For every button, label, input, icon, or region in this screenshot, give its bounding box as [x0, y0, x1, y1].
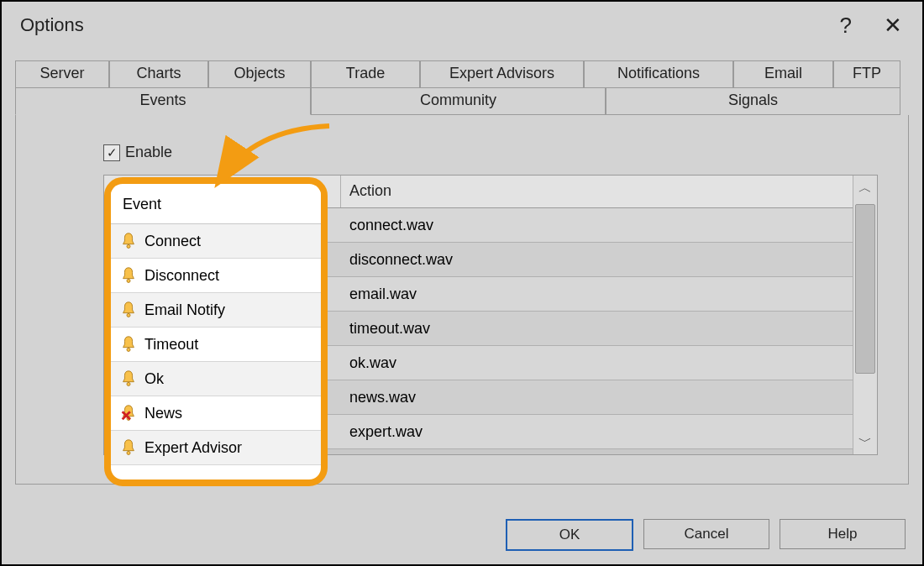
callout-event-row: Timeout [111, 328, 321, 362]
callout-event-row: Connect [111, 224, 321, 259]
bell-icon [119, 232, 138, 250]
col-header-action[interactable]: Action [341, 176, 877, 207]
options-dialog: Options ? ✕ ServerChartsObjectsTradeExpe… [0, 0, 924, 566]
ok-button[interactable]: OK [506, 519, 633, 551]
tab-server[interactable]: Server [15, 60, 109, 88]
callout-event-row: Email Notify [111, 293, 321, 328]
callout-event-row: Ok [111, 362, 321, 396]
tab-community[interactable]: Community [311, 88, 606, 115]
tab-signals[interactable]: Signals [606, 88, 900, 115]
scroll-down-arrow[interactable]: ﹀ [853, 429, 877, 454]
callout-event-name: News [144, 405, 182, 422]
callout-event-name: Disconnect [144, 267, 219, 285]
tab-events[interactable]: Events [15, 88, 311, 115]
enable-checkbox[interactable] [103, 144, 120, 161]
event-action: email.wav [341, 286, 877, 303]
tab-ftp[interactable]: FTP [833, 60, 900, 88]
cancel-button[interactable]: Cancel [643, 519, 769, 549]
svg-point-17 [127, 451, 130, 454]
event-action: disconnect.wav [341, 251, 877, 269]
svg-point-11 [127, 313, 130, 317]
bell-icon [119, 369, 138, 388]
svg-point-13 [127, 382, 130, 385]
event-column-callout: Event ConnectDisconnectEmail NotifyTimeo… [104, 177, 328, 486]
tab-charts[interactable]: Charts [109, 60, 208, 88]
vertical-scrollbar[interactable]: ︿ ﹀ [853, 176, 877, 454]
svg-point-10 [127, 279, 130, 282]
callout-event-name: Email Notify [144, 301, 225, 319]
tab-objects[interactable]: Objects [208, 60, 311, 88]
scroll-thumb[interactable] [855, 204, 875, 374]
callout-event-name: Connect [144, 233, 201, 250]
tab-trade[interactable]: Trade [311, 60, 420, 88]
window-title: Options [20, 14, 84, 36]
tab-expert-advisors[interactable]: Expert Advisors [420, 60, 584, 88]
bell-icon [119, 404, 138, 422]
enable-label: Enable [125, 144, 172, 161]
callout-event-row: Disconnect [111, 259, 321, 293]
callout-event-row: Expert Advisor [111, 431, 321, 465]
scroll-up-arrow[interactable]: ︿ [855, 176, 875, 201]
callout-event-name: Expert Advisor [144, 439, 242, 457]
titlebar: Options ? ✕ [2, 2, 922, 49]
svg-point-12 [127, 348, 130, 351]
bell-icon [119, 301, 138, 319]
callout-event-name: Ok [144, 370, 164, 388]
help-icon[interactable]: ? [840, 14, 852, 36]
bell-icon [119, 438, 138, 457]
event-action: timeout.wav [341, 320, 877, 338]
callout-event-name: Timeout [144, 336, 198, 354]
tab-notifications[interactable]: Notifications [584, 60, 733, 88]
help-button[interactable]: Help [780, 519, 906, 549]
bell-icon [119, 266, 138, 285]
tab-email[interactable]: Email [733, 60, 833, 88]
event-action: news.wav [341, 389, 877, 406]
callout-header: Event [111, 186, 321, 224]
callout-event-row: News [111, 396, 321, 431]
event-action: connect.wav [341, 217, 877, 234]
svg-point-9 [127, 244, 130, 248]
bell-icon [119, 335, 138, 354]
close-icon[interactable]: ✕ [884, 14, 902, 36]
event-action: ok.wav [341, 354, 877, 372]
event-action: expert.wav [341, 423, 877, 441]
